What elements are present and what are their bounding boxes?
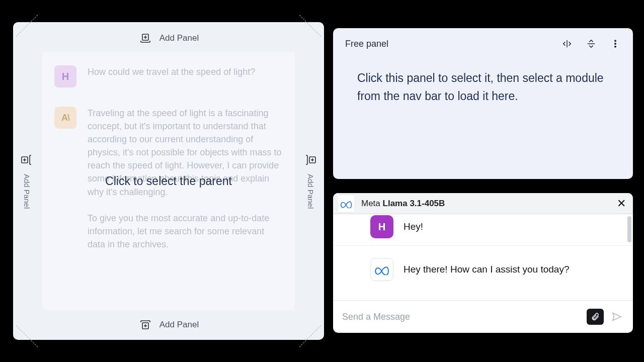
add-panel-top-button[interactable]: Add Panel <box>13 27 324 49</box>
user-avatar: H <box>54 65 76 87</box>
free-panel-title: Free panel <box>345 39 388 49</box>
user-avatar: H <box>370 215 393 238</box>
add-panel-bottom-icon <box>138 318 152 332</box>
user-message-text: How could we travel at the speed of ligh… <box>88 65 283 87</box>
add-panel-label: Add Panel <box>159 33 199 43</box>
add-panel-bottom-button[interactable]: Add Panel <box>13 314 324 336</box>
add-panel-left-button[interactable]: Add Panel <box>15 22 38 340</box>
split-vertical-icon[interactable] <box>586 38 597 49</box>
chat-user-text: Hey! <box>404 221 423 232</box>
svg-point-15 <box>615 43 616 45</box>
add-panel-label: Add Panel <box>23 174 31 209</box>
add-panel-right-button[interactable]: Add Panel <box>299 22 322 340</box>
chat-user-message: H Hey! <box>333 214 633 246</box>
add-panel-left-icon <box>20 153 34 167</box>
meta-logo-icon <box>370 258 393 281</box>
more-vertical-icon[interactable] <box>610 38 621 49</box>
free-panel[interactable]: Free panel Click this panel to select it… <box>333 28 633 179</box>
send-button[interactable] <box>610 310 624 324</box>
add-panel-label: Add Panel <box>159 320 199 330</box>
free-panel-instructions: Click this panel to select it, then sele… <box>345 49 621 105</box>
ai-message-text: Traveling at the speed of light is a fas… <box>88 107 283 251</box>
split-horizontal-icon[interactable] <box>561 38 573 49</box>
add-panel-right-icon <box>303 153 317 167</box>
svg-point-16 <box>615 46 616 47</box>
chat-model-name: Meta Llama 3.1-405B <box>361 199 445 209</box>
chat-bot-message: Hey there! How can I assist you today? <box>333 246 633 288</box>
close-icon[interactable]: ✕ <box>617 198 626 209</box>
ai-message: A\ Traveling at the speed of light is a … <box>54 107 283 251</box>
chat-header: Meta Llama 3.1-405B ✕ <box>333 193 633 214</box>
chat-preview-card[interactable]: H How could we travel at the speed of li… <box>42 52 295 310</box>
chat-input-row <box>333 301 633 333</box>
scrollbar-thumb[interactable] <box>627 216 631 242</box>
chat-panel: Meta Llama 3.1-405B ✕ H Hey! Hey there! … <box>333 193 633 333</box>
chat-bot-text: Hey there! How can I assist you today? <box>404 264 570 275</box>
attach-button[interactable] <box>587 309 604 325</box>
meta-logo-icon <box>337 195 355 213</box>
layout-editor-panel[interactable]: Add Panel Add Panel Add Panel Add Panel … <box>13 22 324 340</box>
add-panel-top-icon <box>138 31 152 45</box>
ai-avatar: A\ <box>54 107 76 129</box>
add-panel-label: Add Panel <box>306 174 315 209</box>
user-message: H How could we travel at the speed of li… <box>54 65 283 87</box>
svg-point-14 <box>615 40 616 42</box>
chat-message-input[interactable] <box>342 312 581 322</box>
